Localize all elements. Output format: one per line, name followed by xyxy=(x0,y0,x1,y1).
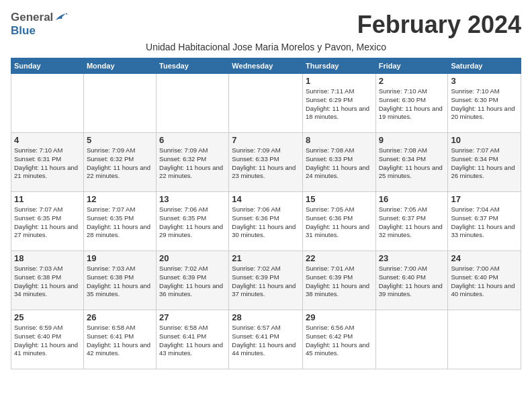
day-info: Sunrise: 7:02 AMSunset: 6:39 PMDaylight:… xyxy=(232,265,300,299)
day-header-thursday: Thursday xyxy=(302,58,375,74)
day-info: Sunrise: 7:09 AMSunset: 6:32 PMDaylight:… xyxy=(87,146,153,181)
day-number: 2 xyxy=(379,76,445,86)
day-info: Sunrise: 6:59 AMSunset: 6:40 PMDaylight:… xyxy=(14,324,81,358)
day-number: 25 xyxy=(14,312,81,322)
day-info: Sunrise: 7:04 AMSunset: 6:37 PMDaylight:… xyxy=(451,205,518,240)
logo-general-text: General xyxy=(11,11,53,24)
day-info: Sunrise: 7:11 AMSunset: 6:29 PMDaylight:… xyxy=(306,87,373,122)
day-header-monday: Monday xyxy=(83,58,156,74)
calendar-cell: 6Sunrise: 7:09 AMSunset: 6:32 PMDaylight… xyxy=(157,133,229,192)
day-info: Sunrise: 7:08 AMSunset: 6:33 PMDaylight:… xyxy=(306,146,373,181)
calendar-cell xyxy=(11,74,84,133)
day-info: Sunrise: 7:09 AMSunset: 6:33 PMDaylight:… xyxy=(232,146,300,181)
day-number: 20 xyxy=(159,253,226,263)
day-info: Sunrise: 7:09 AMSunset: 6:32 PMDaylight:… xyxy=(159,146,226,181)
calendar-cell: 8Sunrise: 7:08 AMSunset: 6:33 PMDaylight… xyxy=(302,133,375,192)
calendar-cell xyxy=(448,310,521,369)
calendar-subtitle: Unidad Habitacional Jose Maria Morelos y… xyxy=(11,42,521,52)
day-info: Sunrise: 7:06 AMSunset: 6:35 PMDaylight:… xyxy=(159,205,226,240)
day-info: Sunrise: 7:10 AMSunset: 6:30 PMDaylight:… xyxy=(379,87,445,122)
calendar-cell: 24Sunrise: 7:00 AMSunset: 6:40 PMDayligh… xyxy=(448,251,521,310)
day-number: 11 xyxy=(14,194,81,204)
calendar-table: SundayMondayTuesdayWednesdayThursdayFrid… xyxy=(11,58,521,369)
day-number: 1 xyxy=(306,76,373,86)
day-header-friday: Friday xyxy=(375,58,448,74)
calendar-cell: 21Sunrise: 7:02 AMSunset: 6:39 PMDayligh… xyxy=(229,251,303,310)
day-info: Sunrise: 7:05 AMSunset: 6:37 PMDaylight:… xyxy=(379,205,445,240)
day-info: Sunrise: 7:03 AMSunset: 6:38 PMDaylight:… xyxy=(14,265,81,299)
day-number: 4 xyxy=(14,135,81,145)
calendar-title: February 2024 xyxy=(68,11,521,39)
day-number: 9 xyxy=(379,135,445,145)
calendar-cell: 11Sunrise: 7:07 AMSunset: 6:35 PMDayligh… xyxy=(11,192,84,251)
day-info: Sunrise: 7:08 AMSunset: 6:34 PMDaylight:… xyxy=(379,146,445,181)
day-info: Sunrise: 7:07 AMSunset: 6:35 PMDaylight:… xyxy=(87,205,153,240)
day-number: 22 xyxy=(306,253,373,263)
calendar-cell: 22Sunrise: 7:01 AMSunset: 6:39 PMDayligh… xyxy=(302,251,375,310)
day-number: 13 xyxy=(159,194,226,204)
day-info: Sunrise: 6:57 AMSunset: 6:41 PMDaylight:… xyxy=(232,324,300,358)
day-number: 6 xyxy=(159,135,226,145)
day-number: 18 xyxy=(14,253,81,263)
calendar-cell: 27Sunrise: 6:58 AMSunset: 6:41 PMDayligh… xyxy=(157,310,229,369)
calendar-cell: 14Sunrise: 7:06 AMSunset: 6:36 PMDayligh… xyxy=(229,192,303,251)
day-number: 5 xyxy=(87,135,153,145)
calendar-cell: 5Sunrise: 7:09 AMSunset: 6:32 PMDaylight… xyxy=(83,133,156,192)
calendar-cell: 20Sunrise: 7:02 AMSunset: 6:39 PMDayligh… xyxy=(157,251,229,310)
day-number: 29 xyxy=(306,312,373,322)
calendar-cell: 28Sunrise: 6:57 AMSunset: 6:41 PMDayligh… xyxy=(229,310,303,369)
calendar-cell: 4Sunrise: 7:10 AMSunset: 6:31 PMDaylight… xyxy=(11,133,84,192)
day-info: Sunrise: 7:10 AMSunset: 6:30 PMDaylight:… xyxy=(451,87,518,122)
calendar-cell: 1Sunrise: 7:11 AMSunset: 6:29 PMDaylight… xyxy=(302,74,375,133)
calendar-cell: 26Sunrise: 6:58 AMSunset: 6:41 PMDayligh… xyxy=(83,310,156,369)
day-number: 24 xyxy=(451,253,518,263)
day-info: Sunrise: 7:02 AMSunset: 6:39 PMDaylight:… xyxy=(159,265,226,299)
day-number: 7 xyxy=(232,135,300,145)
day-number: 16 xyxy=(379,194,445,204)
calendar-cell: 2Sunrise: 7:10 AMSunset: 6:30 PMDaylight… xyxy=(375,74,448,133)
calendar-cell: 16Sunrise: 7:05 AMSunset: 6:37 PMDayligh… xyxy=(375,192,448,251)
calendar-cell: 29Sunrise: 6:56 AMSunset: 6:42 PMDayligh… xyxy=(302,310,375,369)
day-number: 17 xyxy=(451,194,518,204)
calendar-cell xyxy=(229,74,303,133)
calendar-cell: 18Sunrise: 7:03 AMSunset: 6:38 PMDayligh… xyxy=(11,251,84,310)
day-info: Sunrise: 7:03 AMSunset: 6:38 PMDaylight:… xyxy=(87,265,153,299)
calendar-cell: 23Sunrise: 7:00 AMSunset: 6:40 PMDayligh… xyxy=(375,251,448,310)
day-info: Sunrise: 7:00 AMSunset: 6:40 PMDaylight:… xyxy=(451,265,518,299)
day-number: 26 xyxy=(87,312,153,322)
calendar-cell: 19Sunrise: 7:03 AMSunset: 6:38 PMDayligh… xyxy=(83,251,156,310)
calendar-cell: 10Sunrise: 7:07 AMSunset: 6:34 PMDayligh… xyxy=(448,133,521,192)
logo-bird-icon xyxy=(54,12,68,23)
calendar-cell: 7Sunrise: 7:09 AMSunset: 6:33 PMDaylight… xyxy=(229,133,303,192)
day-info: Sunrise: 6:58 AMSunset: 6:41 PMDaylight:… xyxy=(159,324,226,358)
day-header-sunday: Sunday xyxy=(11,58,84,74)
day-number: 28 xyxy=(232,312,300,322)
day-info: Sunrise: 7:10 AMSunset: 6:31 PMDaylight:… xyxy=(14,146,81,181)
calendar-cell: 9Sunrise: 7:08 AMSunset: 6:34 PMDaylight… xyxy=(375,133,448,192)
calendar-cell: 3Sunrise: 7:10 AMSunset: 6:30 PMDaylight… xyxy=(448,74,521,133)
calendar-cell xyxy=(157,74,229,133)
day-info: Sunrise: 6:58 AMSunset: 6:41 PMDaylight:… xyxy=(87,324,153,358)
calendar-cell: 15Sunrise: 7:05 AMSunset: 6:36 PMDayligh… xyxy=(302,192,375,251)
day-number: 8 xyxy=(306,135,373,145)
day-info: Sunrise: 7:07 AMSunset: 6:34 PMDaylight:… xyxy=(451,146,518,181)
day-header-tuesday: Tuesday xyxy=(157,58,229,74)
day-info: Sunrise: 6:56 AMSunset: 6:42 PMDaylight:… xyxy=(306,324,373,358)
day-number: 3 xyxy=(451,76,518,86)
calendar-cell xyxy=(83,74,156,133)
day-header-wednesday: Wednesday xyxy=(229,58,303,74)
day-number: 12 xyxy=(87,194,153,204)
calendar-cell: 25Sunrise: 6:59 AMSunset: 6:40 PMDayligh… xyxy=(11,310,84,369)
day-number: 10 xyxy=(451,135,518,145)
day-info: Sunrise: 7:05 AMSunset: 6:36 PMDaylight:… xyxy=(306,205,373,240)
day-number: 15 xyxy=(306,194,373,204)
logo-blue-text: Blue xyxy=(11,24,36,37)
calendar-cell: 13Sunrise: 7:06 AMSunset: 6:35 PMDayligh… xyxy=(157,192,229,251)
day-number: 21 xyxy=(232,253,300,263)
calendar-cell: 12Sunrise: 7:07 AMSunset: 6:35 PMDayligh… xyxy=(83,192,156,251)
day-number: 19 xyxy=(87,253,153,263)
day-info: Sunrise: 7:07 AMSunset: 6:35 PMDaylight:… xyxy=(14,205,81,240)
day-info: Sunrise: 7:01 AMSunset: 6:39 PMDaylight:… xyxy=(306,265,373,299)
logo: General Blue xyxy=(11,11,68,38)
calendar-cell xyxy=(375,310,448,369)
